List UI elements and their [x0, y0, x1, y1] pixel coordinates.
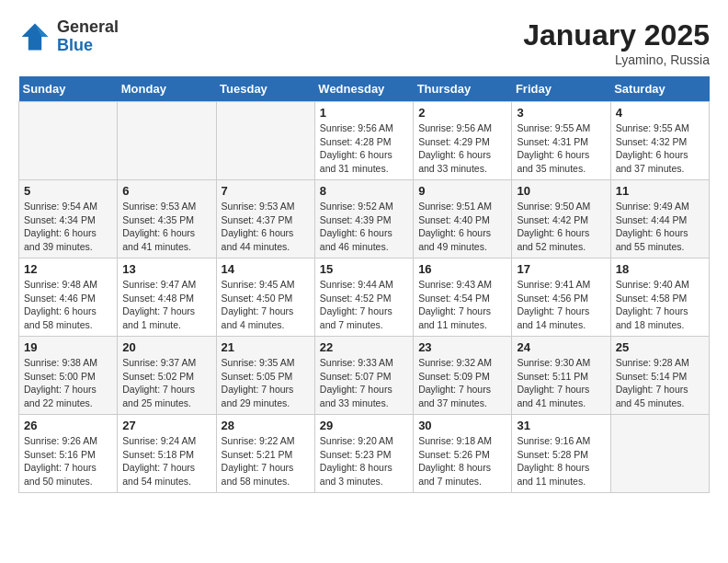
day-number: 22	[320, 340, 408, 354]
day-info: Sunrise: 9:56 AMSunset: 4:28 PMDaylight:…	[320, 121, 408, 176]
day-number: 24	[517, 340, 605, 354]
day-info: Sunrise: 9:55 AMSunset: 4:31 PMDaylight:…	[517, 121, 605, 176]
calendar-table: SundayMondayTuesdayWednesdayThursdayFrid…	[18, 76, 710, 493]
logo-blue-text: Blue	[57, 36, 93, 54]
calendar-cell: 1Sunrise: 9:56 AMSunset: 4:28 PMDaylight…	[314, 102, 413, 180]
title-block: January 2025 Lyamino, Russia	[523, 18, 710, 67]
weekday-header-friday: Friday	[512, 76, 610, 102]
day-number: 1	[320, 106, 408, 120]
calendar-cell: 21Sunrise: 9:35 AMSunset: 5:05 PMDayligh…	[216, 337, 314, 415]
weekday-header-saturday: Saturday	[610, 76, 709, 102]
weekday-header-thursday: Thursday	[414, 76, 512, 102]
calendar-cell: 24Sunrise: 9:30 AMSunset: 5:11 PMDayligh…	[512, 337, 610, 415]
day-info: Sunrise: 9:43 AMSunset: 4:54 PMDaylight:…	[418, 278, 506, 332]
day-number: 11	[616, 184, 704, 198]
logo-icon	[18, 20, 51, 53]
day-info: Sunrise: 9:49 AMSunset: 4:44 PMDaylight:…	[616, 200, 704, 254]
calendar-cell: 2Sunrise: 9:56 AMSunset: 4:29 PMDaylight…	[414, 102, 512, 180]
day-info: Sunrise: 9:32 AMSunset: 5:09 PMDaylight:…	[418, 356, 506, 410]
day-number: 12	[24, 262, 112, 276]
calendar-week-1: 1Sunrise: 9:56 AMSunset: 4:28 PMDaylight…	[19, 102, 710, 180]
day-info: Sunrise: 9:47 AMSunset: 4:48 PMDaylight:…	[122, 278, 210, 332]
day-number: 2	[418, 106, 506, 120]
day-info: Sunrise: 9:18 AMSunset: 5:26 PMDaylight:…	[418, 434, 506, 488]
day-info: Sunrise: 9:33 AMSunset: 5:07 PMDaylight:…	[320, 356, 408, 410]
calendar-cell: 20Sunrise: 9:37 AMSunset: 5:02 PMDayligh…	[118, 337, 216, 415]
day-info: Sunrise: 9:40 AMSunset: 4:58 PMDaylight:…	[616, 278, 704, 332]
day-number: 14	[222, 262, 310, 276]
day-info: Sunrise: 9:56 AMSunset: 4:29 PMDaylight:…	[418, 121, 506, 176]
day-number: 6	[122, 184, 210, 198]
calendar-cell: 8Sunrise: 9:52 AMSunset: 4:39 PMDaylight…	[314, 180, 413, 259]
calendar-cell: 16Sunrise: 9:43 AMSunset: 4:54 PMDayligh…	[414, 259, 512, 337]
calendar-week-5: 26Sunrise: 9:26 AMSunset: 5:16 PMDayligh…	[19, 415, 710, 493]
calendar-cell: 25Sunrise: 9:28 AMSunset: 5:14 PMDayligh…	[610, 337, 709, 415]
calendar-cell: 23Sunrise: 9:32 AMSunset: 5:09 PMDayligh…	[414, 337, 512, 415]
calendar-cell: 15Sunrise: 9:44 AMSunset: 4:52 PMDayligh…	[314, 259, 413, 337]
day-info: Sunrise: 9:45 AMSunset: 4:50 PMDaylight:…	[222, 278, 310, 332]
day-number: 26	[24, 419, 112, 432]
day-number: 10	[517, 184, 605, 198]
calendar-cell: 11Sunrise: 9:49 AMSunset: 4:44 PMDayligh…	[610, 180, 709, 259]
calendar-cell: 31Sunrise: 9:16 AMSunset: 5:28 PMDayligh…	[512, 415, 610, 493]
day-info: Sunrise: 9:41 AMSunset: 4:56 PMDaylight:…	[517, 278, 605, 332]
day-info: Sunrise: 9:26 AMSunset: 5:16 PMDaylight:…	[24, 434, 112, 488]
weekday-header-wednesday: Wednesday	[314, 76, 413, 102]
calendar-cell: 13Sunrise: 9:47 AMSunset: 4:48 PMDayligh…	[118, 259, 216, 337]
day-number: 3	[517, 106, 605, 120]
calendar-cell: 22Sunrise: 9:33 AMSunset: 5:07 PMDayligh…	[314, 337, 413, 415]
calendar-cell: 29Sunrise: 9:20 AMSunset: 5:23 PMDayligh…	[314, 415, 413, 493]
day-info: Sunrise: 9:44 AMSunset: 4:52 PMDaylight:…	[320, 278, 408, 332]
day-info: Sunrise: 9:53 AMSunset: 4:35 PMDaylight:…	[122, 200, 210, 254]
calendar-cell: 14Sunrise: 9:45 AMSunset: 4:50 PMDayligh…	[216, 259, 314, 337]
day-info: Sunrise: 9:50 AMSunset: 4:42 PMDaylight:…	[517, 200, 605, 254]
calendar-cell: 17Sunrise: 9:41 AMSunset: 4:56 PMDayligh…	[512, 259, 610, 337]
day-number: 25	[616, 340, 704, 354]
calendar-cell: 3Sunrise: 9:55 AMSunset: 4:31 PMDaylight…	[512, 102, 610, 180]
calendar-week-2: 5Sunrise: 9:54 AMSunset: 4:34 PMDaylight…	[19, 180, 710, 259]
day-number: 23	[418, 340, 506, 354]
weekday-header-monday: Monday	[118, 76, 216, 102]
calendar-cell	[216, 102, 314, 180]
calendar-cell: 18Sunrise: 9:40 AMSunset: 4:58 PMDayligh…	[610, 259, 709, 337]
day-info: Sunrise: 9:24 AMSunset: 5:18 PMDaylight:…	[122, 434, 210, 488]
day-info: Sunrise: 9:54 AMSunset: 4:34 PMDaylight:…	[24, 200, 112, 254]
day-number: 27	[122, 419, 210, 432]
day-info: Sunrise: 9:52 AMSunset: 4:39 PMDaylight:…	[320, 200, 408, 254]
day-number: 15	[320, 262, 408, 276]
logo: General Blue	[18, 18, 119, 55]
day-info: Sunrise: 9:38 AMSunset: 5:00 PMDaylight:…	[24, 356, 112, 410]
day-info: Sunrise: 9:22 AMSunset: 5:21 PMDaylight:…	[222, 434, 310, 488]
weekday-header-row: SundayMondayTuesdayWednesdayThursdayFrid…	[19, 76, 710, 102]
calendar-cell: 12Sunrise: 9:48 AMSunset: 4:46 PMDayligh…	[19, 259, 118, 337]
day-info: Sunrise: 9:30 AMSunset: 5:11 PMDaylight:…	[517, 356, 605, 410]
weekday-header-sunday: Sunday	[19, 76, 118, 102]
day-number: 9	[418, 184, 506, 198]
day-number: 30	[418, 419, 506, 432]
day-info: Sunrise: 9:35 AMSunset: 5:05 PMDaylight:…	[222, 356, 310, 410]
logo-general-text: General	[57, 17, 119, 36]
calendar-cell: 5Sunrise: 9:54 AMSunset: 4:34 PMDaylight…	[19, 180, 118, 259]
day-info: Sunrise: 9:51 AMSunset: 4:40 PMDaylight:…	[418, 200, 506, 254]
calendar-cell: 28Sunrise: 9:22 AMSunset: 5:21 PMDayligh…	[216, 415, 314, 493]
day-number: 21	[222, 340, 310, 354]
calendar-cell: 6Sunrise: 9:53 AMSunset: 4:35 PMDaylight…	[118, 180, 216, 259]
calendar-cell: 19Sunrise: 9:38 AMSunset: 5:00 PMDayligh…	[19, 337, 118, 415]
day-number: 19	[24, 340, 112, 354]
day-info: Sunrise: 9:53 AMSunset: 4:37 PMDaylight:…	[222, 200, 310, 254]
calendar-cell: 27Sunrise: 9:24 AMSunset: 5:18 PMDayligh…	[118, 415, 216, 493]
page-header: General Blue January 2025 Lyamino, Russi…	[18, 18, 710, 67]
calendar-cell: 9Sunrise: 9:51 AMSunset: 4:40 PMDaylight…	[414, 180, 512, 259]
day-info: Sunrise: 9:48 AMSunset: 4:46 PMDaylight:…	[24, 278, 112, 332]
day-info: Sunrise: 9:55 AMSunset: 4:32 PMDaylight:…	[616, 121, 704, 176]
calendar-cell: 7Sunrise: 9:53 AMSunset: 4:37 PMDaylight…	[216, 180, 314, 259]
day-number: 16	[418, 262, 506, 276]
day-info: Sunrise: 9:20 AMSunset: 5:23 PMDaylight:…	[320, 434, 408, 488]
day-number: 13	[122, 262, 210, 276]
day-number: 4	[616, 106, 704, 120]
calendar-cell: 26Sunrise: 9:26 AMSunset: 5:16 PMDayligh…	[19, 415, 118, 493]
calendar-cell: 30Sunrise: 9:18 AMSunset: 5:26 PMDayligh…	[414, 415, 512, 493]
calendar-week-3: 12Sunrise: 9:48 AMSunset: 4:46 PMDayligh…	[19, 259, 710, 337]
day-number: 29	[320, 419, 408, 432]
day-number: 31	[517, 419, 605, 432]
